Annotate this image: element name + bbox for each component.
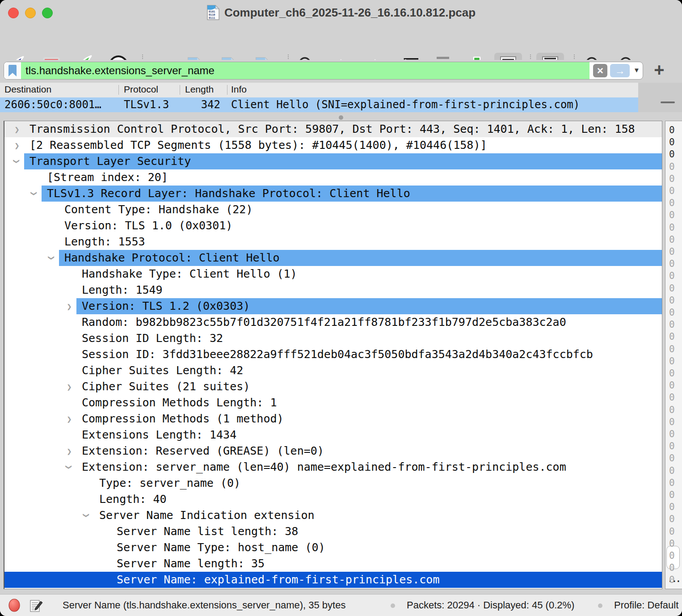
expert-info-icon (8, 598, 21, 612)
add-filter-button[interactable]: + (650, 60, 668, 80)
detail-row[interactable]: ❯Version: TLS 1.2 (0x0303) (4, 298, 662, 314)
apply-filter-button[interactable]: → (610, 64, 630, 77)
hex-offset-char: 0 (669, 563, 675, 573)
filter-input[interactable]: tls.handshake.extensions_server_name (21, 62, 589, 79)
packet-row[interactable]: 2606:50c0:8001… TLSv1.3 342 Client Hello… (0, 97, 638, 112)
detail-text: Server Name Indication extension (99, 509, 315, 522)
detail-row[interactable]: [Stream index: 20] (4, 169, 662, 186)
column-header-protocol[interactable]: Protocol (124, 84, 158, 95)
hex-offset-char: 0 (669, 259, 675, 269)
packet-bytes-pane[interactable]: ⋯ 00000000000000000000000000000000000000 (665, 121, 682, 589)
packet-list-header: Destination Protocol Length Info (0, 83, 638, 98)
expand-chevron-icon[interactable]: ❯ (65, 298, 74, 314)
detail-row[interactable]: Extensions Length: 1434 (4, 427, 662, 443)
detail-row[interactable]: Session ID Length: 32 (4, 330, 662, 346)
expert-info-button[interactable] (8, 598, 21, 615)
hex-offset-char: 0 (669, 466, 675, 476)
hex-offset-char: 0 (669, 478, 675, 488)
profile-text[interactable]: Profile: Default (614, 599, 678, 611)
column-header-destination[interactable]: Destination (4, 84, 51, 95)
svg-text:0111: 0111 (209, 16, 215, 19)
detail-text: Version: TLS 1.0 (0x0301) (64, 219, 232, 232)
cell-destination: 2606:50c0:8001… (4, 98, 101, 111)
filter-bookmark-area[interactable] (4, 62, 21, 79)
detail-row[interactable]: Version: TLS 1.0 (0x0301) (4, 218, 662, 234)
column-separator[interactable] (180, 85, 180, 95)
detail-row[interactable]: Server Name: explained-from-first-princi… (4, 572, 662, 588)
detail-row[interactable]: ❯Cipher Suites (21 suites) (4, 379, 662, 395)
collapse-chevron-icon[interactable]: ❯ (26, 189, 42, 198)
status-bar: Server Name (tls.handshake.extensions_se… (0, 594, 682, 616)
hex-offset-char: 0 (669, 296, 675, 305)
expand-chevron-icon[interactable]: ❯ (13, 137, 21, 153)
column-header-info[interactable]: Info (231, 84, 247, 95)
column-separator[interactable] (227, 85, 227, 95)
hex-offset-char: 0 (669, 527, 675, 536)
collapse-chevron-icon[interactable]: ❯ (9, 157, 25, 166)
hex-offset-char: 0 (669, 418, 675, 427)
hex-offset-char: 0 (669, 405, 675, 415)
collapse-chevron-icon[interactable]: ❯ (79, 511, 95, 520)
detail-row[interactable]: Server Name length: 35 (4, 556, 662, 572)
filter-bar: tls.handshake.extensions_server_name ✕ →… (0, 60, 682, 83)
detail-text: Compression Methods Length: 1 (82, 396, 277, 409)
detail-row[interactable]: Content Type: Handshake (22) (4, 202, 662, 218)
title-bar: 0101 0110 0111 Computer_ch6_2025-11-26_1… (0, 0, 682, 25)
filter-dropdown-caret-icon[interactable]: ▼ (633, 66, 640, 74)
detail-row[interactable]: Server Name list length: 38 (4, 523, 662, 540)
detail-text: Extensions Length: 1434 (82, 428, 236, 441)
detail-row[interactable]: ❯Compression Methods (1 method) (4, 411, 662, 427)
hex-offset-char: 0 (669, 381, 675, 390)
packet-list-scrollbar-corner[interactable] (638, 83, 682, 112)
column-separator[interactable] (118, 85, 119, 95)
hex-offset-char: 0 (669, 126, 675, 135)
detail-row[interactable]: Length: 40 (4, 491, 662, 507)
expand-chevron-icon[interactable]: ❯ (13, 121, 21, 137)
detail-text: [Stream index: 20] (47, 171, 168, 184)
detail-text: Extension: server_name (len=40) name=exp… (82, 460, 566, 473)
hex-offset-char: 0 (669, 284, 675, 293)
cell-protocol: TLSv1.3 (124, 98, 169, 111)
detail-text: Transmission Control Protocol, Src Port:… (29, 122, 635, 135)
detail-row[interactable]: Server Name Type: host_name (0) (4, 540, 662, 556)
detail-row[interactable]: Random: b982bb9823c55b7f01d320751f4f21a2… (4, 314, 662, 330)
hex-offset-char: 0 (669, 271, 675, 281)
packet-counts-text: Packets: 20294 · Displayed: 45 (0.2%) (407, 599, 574, 611)
detail-row[interactable]: Handshake Type: Client Hello (1) (4, 266, 662, 282)
detail-row[interactable]: Length: 1553 (4, 234, 662, 250)
detail-text: Handshake Type: Client Hello (1) (82, 267, 297, 280)
detail-text: Cipher Suites (21 suites) (82, 380, 250, 393)
status-separator-dot (391, 603, 395, 608)
detail-row[interactable]: ❯Extension: Reserved (GREASE) (len=0) (4, 443, 662, 459)
display-filter-field[interactable]: tls.handshake.extensions_server_name ✕ →… (4, 62, 643, 80)
detail-row[interactable]: ❯Server Name Indication extension (4, 507, 662, 523)
detail-row[interactable]: Type: server_name (0) (4, 475, 662, 491)
detail-text: Extension: Reserved (GREASE) (len=0) (82, 444, 324, 457)
expand-chevron-icon[interactable]: ❯ (65, 411, 74, 427)
pane-splitter-handle[interactable] (339, 115, 343, 120)
collapse-chevron-icon[interactable]: ❯ (44, 253, 60, 262)
detail-row[interactable]: Compression Methods Length: 1 (4, 395, 662, 411)
detail-row[interactable]: ❯Handshake Protocol: Client Hello (4, 250, 662, 266)
clear-filter-button[interactable]: ✕ (593, 64, 607, 77)
column-header-length[interactable]: Length (185, 84, 214, 95)
hex-offset-char: 0 (669, 332, 675, 342)
detail-row[interactable]: ❯Transport Layer Security (4, 153, 662, 169)
detail-row[interactable]: Session ID: 3fdd31beee28822a9fff521deb04… (4, 346, 662, 363)
packet-list-hscroll-thumb[interactable] (661, 101, 675, 103)
detail-row[interactable]: ❯Transmission Control Protocol, Src Port… (4, 121, 662, 137)
detail-row[interactable]: Cipher Suites Length: 42 (4, 363, 662, 379)
hex-offset-char: 0 (669, 515, 675, 524)
detail-row[interactable]: ❯[2 Reassembled TCP Segments (1558 bytes… (4, 137, 662, 153)
status-separator-dot (598, 603, 602, 608)
detail-row[interactable]: ❯TLSv1.3 Record Layer: Handshake Protoco… (4, 186, 662, 202)
collapse-chevron-icon[interactable]: ❯ (61, 463, 77, 472)
capture-comment-button[interactable] (29, 599, 43, 615)
window-title: 0101 0110 0111 Computer_ch6_2025-11-26_1… (0, 0, 682, 25)
detail-text: Compression Methods (1 method) (82, 412, 284, 425)
expand-chevron-icon[interactable]: ❯ (65, 443, 74, 459)
expand-chevron-icon[interactable]: ❯ (65, 379, 74, 395)
detail-row[interactable]: Length: 1549 (4, 282, 662, 298)
hex-offset-char: 0 (669, 575, 675, 585)
detail-row[interactable]: ❯Extension: server_name (len=40) name=ex… (4, 459, 662, 475)
